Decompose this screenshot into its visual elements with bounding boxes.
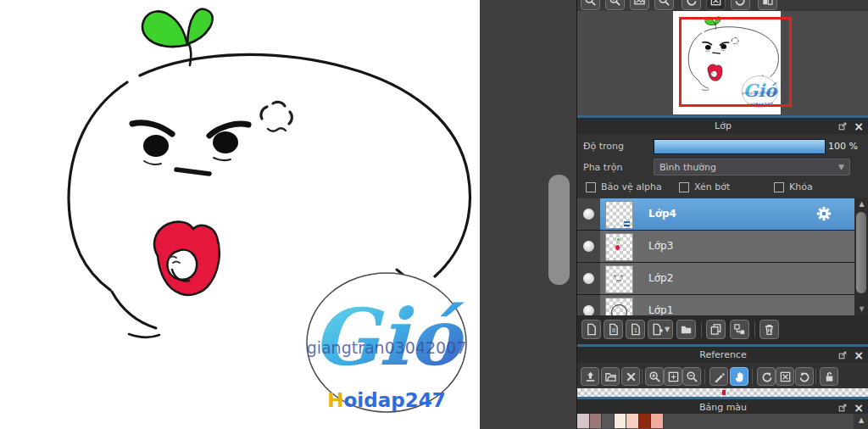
rotate-right-icon[interactable] bbox=[795, 367, 814, 386]
workspace-scrollbar[interactable] bbox=[548, 175, 570, 285]
rotate-left-icon[interactable] bbox=[757, 367, 776, 386]
fit-view-icon[interactable] bbox=[664, 367, 682, 386]
navigator-view[interactable] bbox=[577, 11, 868, 115]
new-layer-icon[interactable] bbox=[581, 320, 601, 339]
layer-toolbar: ▼ bbox=[577, 315, 868, 344]
layer-list-scrollbar[interactable]: ▲ ▼ bbox=[854, 198, 868, 315]
layer-panel-title: Lớp bbox=[609, 120, 837, 131]
color-swatch[interactable] bbox=[651, 414, 664, 428]
reference-panel-header: Reference × bbox=[577, 344, 868, 363]
navigator-toolbar bbox=[577, 0, 868, 11]
color-swatch[interactable] bbox=[639, 414, 652, 428]
layer-name: Lớp3 bbox=[648, 240, 673, 252]
popout-icon[interactable] bbox=[837, 120, 849, 132]
delete-layer-icon[interactable] bbox=[760, 320, 779, 339]
zoom-in-icon[interactable] bbox=[645, 367, 664, 386]
open-folder-icon[interactable] bbox=[601, 367, 620, 386]
visibility-toggle[interactable] bbox=[583, 209, 594, 220]
layer-thumbnail[interactable] bbox=[605, 201, 633, 229]
layer-thumbnail[interactable] bbox=[605, 233, 633, 261]
close-icon[interactable]: × bbox=[853, 120, 865, 132]
clipping-checkbox[interactable] bbox=[679, 182, 689, 192]
watermark-signature: giangtran03042007 bbox=[307, 338, 467, 357]
blend-mode-dropdown[interactable]: Bình thường ▼ bbox=[654, 159, 850, 176]
new-1bit-layer-icon[interactable] bbox=[626, 320, 645, 339]
color-swatch[interactable] bbox=[615, 414, 627, 428]
reference-image-area[interactable] bbox=[577, 388, 868, 397]
layer-name: Lớp2 bbox=[648, 272, 673, 284]
layer-settings-gear-icon[interactable] bbox=[815, 205, 832, 222]
new-folder-icon[interactable] bbox=[676, 320, 696, 339]
layer-row-lop4[interactable]: Lớp4 bbox=[577, 198, 854, 231]
popout-icon[interactable] bbox=[837, 402, 849, 414]
zoom-out-icon[interactable] bbox=[682, 367, 701, 386]
add-layer-menu-icon[interactable]: ▼ bbox=[648, 320, 673, 339]
color-swatch[interactable] bbox=[626, 414, 639, 428]
layer-panel-header: Lớp × bbox=[577, 115, 868, 134]
opacity-label: Độ trong bbox=[583, 141, 624, 152]
palette-panel-title: Bảng màu bbox=[609, 402, 837, 413]
blend-mode-value: Bình thường bbox=[659, 162, 716, 173]
clipping-label: Xén bớt bbox=[694, 181, 730, 192]
zoom-out-icon[interactable] bbox=[581, 0, 600, 10]
clear-icon[interactable] bbox=[621, 367, 640, 386]
new-8bit-layer-icon[interactable] bbox=[604, 320, 623, 339]
compare-view-icon[interactable] bbox=[758, 0, 777, 10]
visibility-toggle[interactable] bbox=[583, 241, 594, 252]
close-icon[interactable]: × bbox=[853, 402, 865, 414]
zoom-in-icon[interactable] bbox=[605, 0, 625, 10]
visibility-toggle[interactable] bbox=[583, 305, 594, 315]
lock-checkbox[interactable] bbox=[774, 182, 784, 192]
reference-panel-title: Reference bbox=[609, 349, 837, 360]
opacity-slider[interactable] bbox=[654, 139, 826, 154]
hand-tool-icon[interactable] bbox=[730, 367, 748, 386]
character-artwork: Gió giangtran03042007 Hoidap247 bbox=[0, 0, 480, 429]
duplicate-layer-icon[interactable] bbox=[706, 320, 726, 339]
scrollbar-thumb[interactable] bbox=[856, 212, 866, 293]
layer-row-lop3[interactable]: Lớp3 bbox=[577, 231, 854, 263]
palette-panel-header: Bảng màu × bbox=[577, 397, 868, 415]
scroll-down-icon[interactable]: ▼ bbox=[854, 304, 868, 315]
reference-image-mark bbox=[722, 390, 726, 395]
color-swatch[interactable] bbox=[577, 414, 590, 428]
layer-thumbnail[interactable] bbox=[605, 298, 633, 315]
layer-list: Lớp4 Lớp3 Lớp2 Lớp1 bbox=[577, 198, 868, 315]
navigator-selection-rect[interactable] bbox=[679, 17, 792, 107]
lock-icon[interactable] bbox=[820, 367, 838, 386]
rotate-right-icon[interactable] bbox=[731, 0, 750, 10]
color-swatch[interactable] bbox=[590, 414, 603, 428]
reset-rotation-icon[interactable] bbox=[706, 0, 726, 10]
popout-icon[interactable] bbox=[837, 349, 849, 361]
layer-row-lop1[interactable]: Lớp1 bbox=[577, 295, 854, 315]
right-panel-column: Lớp × Độ trong 100 % Pha trộn Bình thườn… bbox=[576, 0, 868, 429]
scroll-up-icon[interactable]: ▲ bbox=[859, 416, 864, 424]
color-picker-icon[interactable] bbox=[709, 367, 728, 386]
rotate-left-icon[interactable] bbox=[682, 0, 701, 10]
lock-label: Khóa bbox=[789, 181, 813, 192]
import-image-icon[interactable] bbox=[581, 367, 599, 386]
fit-view-icon[interactable] bbox=[630, 0, 649, 10]
zoom-reset-icon[interactable] bbox=[654, 0, 674, 10]
opacity-value: 100 % bbox=[828, 141, 858, 152]
palette-swatches bbox=[577, 414, 868, 429]
merge-layer-icon[interactable] bbox=[730, 320, 749, 339]
scroll-up-icon[interactable]: ▲ bbox=[854, 198, 868, 209]
layer-name: Lớp4 bbox=[648, 208, 676, 220]
reset-view-icon[interactable] bbox=[776, 367, 794, 386]
visibility-toggle[interactable] bbox=[583, 273, 594, 284]
color-swatch[interactable] bbox=[602, 414, 615, 428]
protect-alpha-checkbox[interactable] bbox=[586, 182, 596, 192]
layer-name: Lớp1 bbox=[648, 304, 673, 315]
layer-thumbnail[interactable] bbox=[605, 265, 633, 293]
watermark-logo: Gió bbox=[313, 292, 466, 383]
close-icon[interactable]: × bbox=[853, 349, 865, 361]
layer-row-lop2[interactable]: Lớp2 bbox=[577, 263, 854, 295]
drawing-canvas[interactable]: Gió giangtran03042007 Hoidap247 bbox=[0, 0, 480, 429]
protect-alpha-label: Bảo vệ alpha bbox=[601, 181, 662, 192]
chevron-down-icon: ▼ bbox=[838, 163, 844, 171]
reference-toolbar bbox=[577, 365, 868, 388]
palette-scrollbar[interactable]: ▲ bbox=[854, 414, 868, 429]
watermark-site: Hoidap247 bbox=[327, 389, 445, 411]
blend-label: Pha trộn bbox=[583, 162, 622, 173]
